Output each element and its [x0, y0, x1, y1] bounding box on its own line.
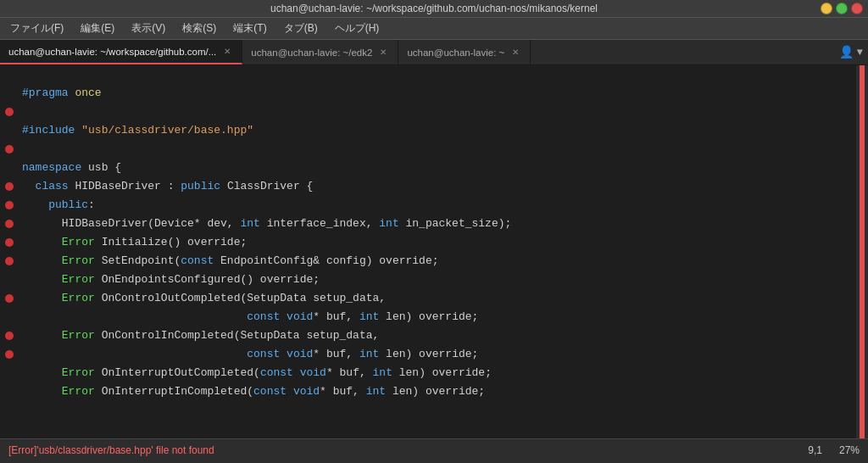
gutter-12 — [0, 271, 19, 289]
code-line-5 — [22, 140, 849, 159]
menu-file[interactable]: ファイル(F) — [7, 20, 67, 36]
error-mark-5 — [5, 145, 14, 153]
code-content[interactable]: #pragma once #include "usb/classdriver/b… — [19, 65, 856, 438]
tab-1[interactable]: uchan@uchan-lavie: ~/edk2 ✕ — [242, 40, 398, 64]
error-mark-13 — [5, 294, 14, 303]
gutter-1 — [0, 65, 19, 84]
tab-0-close[interactable]: ✕ — [221, 46, 233, 57]
error-mark-15 — [5, 332, 14, 340]
gutter-13 — [0, 289, 19, 308]
error-mark-16 — [5, 350, 14, 359]
menu-tab[interactable]: タブ(B) — [281, 20, 321, 36]
error-mark-3 — [5, 108, 14, 116]
code-line-2: #pragma once — [22, 84, 849, 103]
close-button[interactable] — [851, 3, 863, 14]
tab-0[interactable]: uchan@uchan-lavie: ~/workspace/github.co… — [0, 40, 242, 64]
menu-search[interactable]: 検索(S) — [179, 20, 220, 36]
code-line-8: public: — [22, 196, 849, 215]
status-error-text: [Error]'usb/classdriver/base.hpp' file n… — [8, 444, 808, 456]
minimize-button[interactable] — [821, 3, 832, 14]
tab-actions: 👤 ▼ — [834, 40, 868, 64]
code-line-4: #include "usb/classdriver/base.hpp" — [22, 121, 849, 140]
menu-terminal[interactable]: 端末(T) — [230, 20, 270, 36]
gutter-14 — [0, 308, 19, 326]
tab-dropdown-icon[interactable]: ▼ — [857, 47, 863, 59]
gutter-5 — [0, 140, 19, 159]
scrollbar-thumb[interactable] — [860, 65, 865, 438]
titlebar: uchan@uchan-lavie: ~/workspace/github.co… — [0, 0, 868, 18]
gutter-2 — [0, 84, 19, 103]
tab-2[interactable]: uchan@uchan-lavie: ~ ✕ — [398, 40, 531, 64]
gutter-3 — [0, 103, 19, 121]
tab-2-close[interactable]: ✕ — [509, 47, 521, 58]
code-line-14: const void* buf, int len) override; — [22, 308, 849, 326]
status-scroll: 27% — [839, 444, 860, 456]
window-controls[interactable] — [821, 3, 863, 14]
title-text: uchan@uchan-lavie: ~/workspace/github.co… — [270, 3, 598, 14]
error-mark-10 — [5, 238, 14, 247]
gutter-6 — [0, 159, 19, 177]
gutter-11 — [0, 252, 19, 271]
code-line-11: Error SetEndpoint(const EndpointConfig& … — [22, 252, 849, 271]
error-mark-11 — [5, 257, 14, 265]
code-line-15: Error OnControlInCompleted(SetupData set… — [22, 326, 849, 345]
status-position: 9,1 — [808, 444, 822, 456]
gutter-9 — [0, 215, 19, 233]
tab-1-close[interactable]: ✕ — [377, 47, 389, 58]
gutter-7 — [0, 177, 19, 196]
code-line-3 — [22, 103, 849, 121]
code-line-17: Error OnInterruptOutCompleted(const void… — [22, 364, 849, 382]
code-line-12: Error OnEndpointsConfigured() override; — [22, 271, 849, 289]
code-line-16: const void* buf, int len) override; — [22, 345, 849, 364]
error-mark-8 — [5, 201, 14, 209]
tabbar: uchan@uchan-lavie: ~/workspace/github.co… — [0, 40, 868, 65]
gutter — [0, 65, 19, 438]
statusbar: [Error]'usb/classdriver/base.hpp' file n… — [0, 438, 868, 460]
gutter-16 — [0, 345, 19, 364]
menu-help[interactable]: ヘルプ(H) — [331, 20, 383, 36]
code-line-7: class HIDBaseDriver : public ClassDriver… — [22, 177, 849, 196]
error-mark-7 — [5, 182, 14, 191]
menu-view[interactable]: 表示(V) — [128, 20, 169, 36]
tab-profile-icon[interactable]: 👤 — [839, 45, 854, 59]
gutter-8 — [0, 196, 19, 215]
code-line-6: namespace usb { — [22, 159, 849, 177]
code-line-13: Error OnControlOutCompleted(SetupData se… — [22, 289, 849, 308]
code-line-10: Error Initialize() override; — [22, 233, 849, 252]
tab-1-label: uchan@uchan-lavie: ~/edk2 — [251, 47, 372, 58]
editor: #pragma once #include "usb/classdriver/b… — [0, 65, 868, 438]
maximize-button[interactable] — [836, 3, 848, 14]
status-right: 9,1 27% — [808, 444, 860, 456]
gutter-10 — [0, 233, 19, 252]
menubar: ファイル(F) 編集(E) 表示(V) 検索(S) 端末(T) タブ(B) ヘル… — [0, 18, 868, 40]
gutter-4 — [0, 121, 19, 140]
code-line-18: Error OnInterruptInCompleted(const void*… — [22, 382, 849, 401]
tab-0-label: uchan@uchan-lavie: ~/workspace/github.co… — [8, 47, 216, 57]
tab-2-label: uchan@uchan-lavie: ~ — [407, 47, 504, 58]
error-mark-9 — [5, 220, 14, 228]
code-line-9: HIDBaseDriver(Device* dev, int interface… — [22, 215, 849, 233]
code-line-1 — [22, 65, 849, 84]
menu-edit[interactable]: 編集(E) — [77, 20, 118, 36]
scrollbar-track[interactable] — [856, 65, 868, 438]
gutter-15 — [0, 326, 19, 345]
